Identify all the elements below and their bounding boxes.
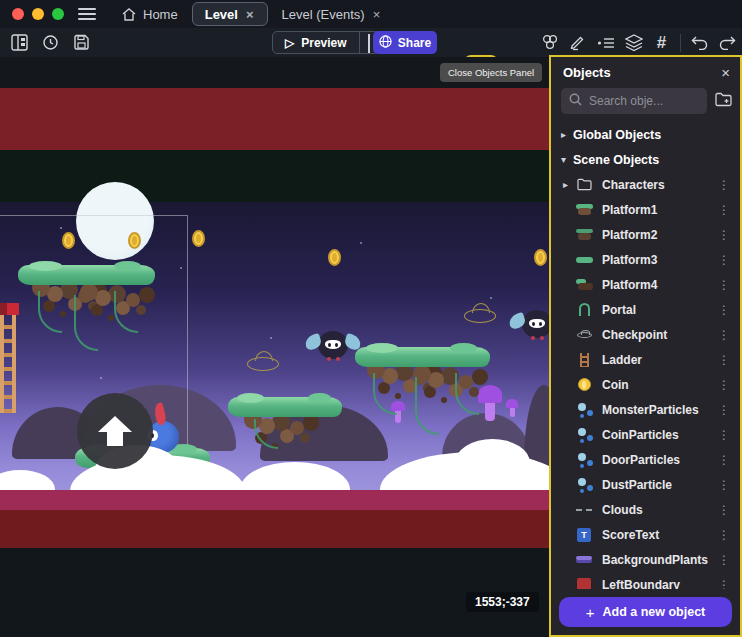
tab-level-close-icon[interactable]: × (245, 7, 255, 22)
kebab-menu-icon[interactable]: ⋮ (716, 303, 732, 317)
app-window: Home Level × Level (Events) × ▷ P (0, 0, 742, 637)
preview-button[interactable]: ▷ Preview (272, 31, 379, 54)
kebab-menu-icon[interactable]: ⋮ (716, 453, 732, 467)
object-item-monsterparticles[interactable]: MonsterParticles ⋮ (551, 397, 740, 422)
mushroom (506, 399, 518, 417)
close-window-button[interactable] (12, 8, 24, 20)
coin-sprite[interactable] (62, 232, 75, 249)
object-item-dustparticle[interactable]: DustParticle ⋮ (551, 472, 740, 497)
object-item-scoretext[interactable]: T ScoreText ⋮ (551, 522, 740, 547)
tab-home[interactable]: Home (110, 0, 190, 28)
particles-icon (575, 427, 593, 443)
menu-hamburger-icon[interactable] (78, 8, 96, 20)
particles-icon (575, 477, 593, 493)
monster-sprite[interactable] (522, 310, 552, 338)
object-item-checkpoint[interactable]: Checkpoint ⋮ (551, 322, 740, 347)
clouds-icon (575, 502, 593, 518)
object-item-platform1[interactable]: Platform1 ⋮ (551, 197, 740, 222)
grid-icon[interactable]: # (652, 33, 671, 52)
tab-level-events-close-icon[interactable]: × (372, 7, 382, 22)
coin-sprite[interactable] (534, 249, 547, 266)
share-button[interactable]: Share (373, 31, 437, 54)
object-item-characters[interactable]: ▸ Characters ⋮ (551, 172, 740, 197)
group-scene-objects[interactable]: ▾ Scene Objects (551, 147, 740, 172)
kebab-menu-icon[interactable]: ⋮ (716, 253, 732, 267)
undo-icon[interactable] (690, 33, 709, 52)
layers-icon[interactable] (624, 33, 643, 52)
coin-sprite[interactable] (128, 232, 141, 249)
panel-layout-icon[interactable] (10, 33, 29, 52)
cloud-sprite[interactable] (455, 439, 530, 487)
history-clock-icon[interactable] (41, 33, 60, 52)
globe-icon (379, 35, 392, 51)
home-icon (122, 8, 136, 21)
kebab-menu-icon[interactable]: ⋮ (716, 203, 732, 217)
tab-bar: Home Level × Level (Events) × (0, 0, 742, 28)
flag-sprite[interactable] (0, 303, 19, 315)
kebab-menu-icon[interactable]: ⋮ (716, 378, 732, 392)
maximize-window-button[interactable] (52, 8, 64, 20)
object-item-coin[interactable]: Coin ⋮ (551, 372, 740, 397)
kebab-menu-icon[interactable]: ⋮ (716, 328, 732, 342)
objects-panel-title: Objects (563, 65, 611, 80)
plus-icon: + (586, 604, 595, 621)
checkpoint-icon (575, 327, 593, 343)
kebab-menu-icon[interactable]: ⋮ (716, 528, 732, 542)
coin-sprite[interactable] (328, 249, 341, 266)
platform-sprite[interactable] (355, 347, 490, 437)
minimize-window-button[interactable] (32, 8, 44, 20)
monster-sprite[interactable] (318, 331, 348, 359)
kebab-menu-icon[interactable]: ⋮ (716, 178, 732, 192)
instances-list-icon[interactable] (596, 33, 615, 52)
group-global-objects[interactable]: ▸ Global Objects (551, 122, 740, 147)
objects-panel-close-icon[interactable]: × (721, 64, 730, 81)
object-item-platform3[interactable]: Platform3 ⋮ (551, 247, 740, 272)
kebab-menu-icon[interactable]: ⋮ (716, 353, 732, 367)
object-item-platform4[interactable]: Platform4 ⋮ (551, 272, 740, 297)
tab-level-events[interactable]: Level (Events) × (270, 0, 394, 28)
object-item-clouds[interactable]: Clouds ⋮ (551, 497, 740, 522)
toolbar-divider (680, 34, 681, 52)
checkpoint-ufo-sprite[interactable] (464, 309, 496, 323)
object-item-platform2[interactable]: Platform2 ⋮ (551, 222, 740, 247)
kebab-menu-icon[interactable]: ⋮ (716, 428, 732, 442)
object-item-portal[interactable]: Portal ⋮ (551, 297, 740, 322)
platform-sprite[interactable] (228, 397, 342, 457)
platform4-icon (575, 277, 593, 293)
boundary-icon (575, 577, 593, 590)
ladder-sprite[interactable] (0, 315, 16, 413)
redo-icon[interactable] (718, 33, 737, 52)
coin-sprite[interactable] (192, 230, 205, 247)
kebab-menu-icon[interactable]: ⋮ (716, 578, 732, 590)
editor-toolbar: ▷ Preview Share (0, 28, 742, 57)
add-folder-icon[interactable] (715, 92, 732, 111)
kebab-menu-icon[interactable]: ⋮ (716, 228, 732, 242)
object-item-backgroundplants[interactable]: BackgroundPlants ⋮ (551, 547, 740, 572)
kebab-menu-icon[interactable]: ⋮ (716, 403, 732, 417)
object-groups-icon[interactable] (540, 33, 559, 52)
object-item-doorparticles[interactable]: DoorParticles ⋮ (551, 447, 740, 472)
tab-level[interactable]: Level × (192, 2, 268, 26)
platform-sprite[interactable] (18, 265, 155, 355)
object-item-coinparticles[interactable]: CoinParticles ⋮ (551, 422, 740, 447)
save-icon[interactable] (72, 33, 91, 52)
kebab-menu-icon[interactable]: ⋮ (716, 553, 732, 567)
kebab-menu-icon[interactable]: ⋮ (716, 478, 732, 492)
kebab-menu-icon[interactable]: ⋮ (716, 278, 732, 292)
object-search-box[interactable] (561, 88, 707, 114)
particles-icon (575, 402, 593, 418)
chevron-down-icon (368, 34, 370, 53)
objects-panel: Objects × ▸ Global Objects ▾ Scene Objec… (549, 55, 742, 637)
kebab-menu-icon[interactable]: ⋮ (716, 503, 732, 517)
jump-up-arrow-button[interactable] (77, 393, 153, 469)
tab-level-events-label: Level (Events) (282, 7, 365, 22)
object-item-leftboundary[interactable]: LeftBoundary ⋮ (551, 572, 740, 589)
chevron-right-icon: ▸ (561, 129, 573, 140)
edit-pencil-icon[interactable] (568, 33, 587, 52)
platform3-icon (575, 252, 593, 268)
add-new-object-button[interactable]: + Add a new object (559, 597, 732, 627)
object-item-ladder[interactable]: Ladder ⋮ (551, 347, 740, 372)
object-search-input[interactable] (589, 94, 699, 108)
checkpoint-ufo-sprite[interactable] (247, 357, 279, 371)
plants-icon (575, 552, 593, 568)
